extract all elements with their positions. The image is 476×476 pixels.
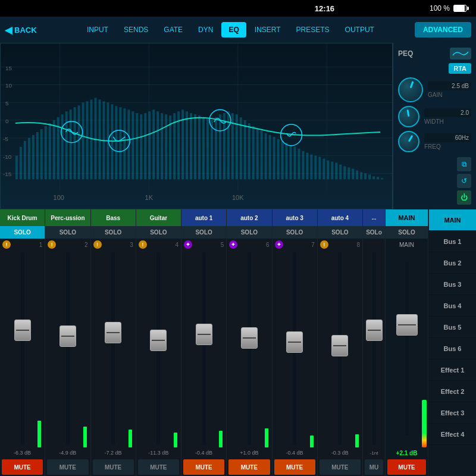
solo-button-7[interactable]: SOLO xyxy=(273,226,317,239)
channel-auto4: auto 4 SOLO ! 8 -0.3 dB MUTE xyxy=(318,209,363,476)
advanced-button[interactable]: ADVANCED xyxy=(415,22,471,37)
tab-output[interactable]: OUTPUT xyxy=(338,22,381,37)
width-section: 2.0 WIDTH xyxy=(398,106,471,127)
freq-knob[interactable] xyxy=(398,131,419,152)
fader-area-3[interactable] xyxy=(91,250,136,447)
fader-handle-partial[interactable] xyxy=(366,320,383,341)
svg-text:-15: -15 xyxy=(3,171,12,177)
gain-knob[interactable] xyxy=(398,77,423,102)
svg-rect-25 xyxy=(32,135,35,179)
bus-item-2[interactable]: Bus 2 xyxy=(429,252,476,274)
channel-auto2: auto 2 SOLO ✦ 6 +1.0 dB MUTE xyxy=(227,209,272,476)
fader-track-5[interactable] xyxy=(202,252,206,445)
fader-area-1[interactable] xyxy=(0,250,45,447)
main-fader-area[interactable] xyxy=(386,250,428,447)
fader-handle-6[interactable] xyxy=(241,327,258,349)
bus-item-5[interactable]: Bus 5 xyxy=(429,317,476,338)
channel-partial: ... SOLo -1nt MU xyxy=(363,209,386,476)
fader-handle-1[interactable] xyxy=(14,320,31,341)
fader-handle-5[interactable] xyxy=(196,324,212,345)
tab-eq[interactable]: EQ xyxy=(221,22,246,37)
solo-button-5[interactable]: SOLO xyxy=(181,226,226,239)
fader-track-2[interactable] xyxy=(66,252,70,445)
fader-handle-8[interactable] xyxy=(331,335,348,356)
bus-item-6[interactable]: Bus 6 xyxy=(429,338,476,359)
main-solo-button[interactable]: SOLO xyxy=(386,226,428,239)
bus-item-1[interactable]: Bus 1 xyxy=(429,231,476,252)
channel-percussion: Perc-ussion SOLO ! 2 -4.9 dB MUTE xyxy=(45,209,90,476)
solo-button-6[interactable]: SOLO xyxy=(227,226,271,239)
mute-button-4[interactable]: MUTE xyxy=(138,459,179,475)
bus-item-effect3[interactable]: Effect 3 xyxy=(429,402,476,424)
fader-handle-2[interactable] xyxy=(60,325,76,347)
rta-button[interactable]: RTA xyxy=(449,63,471,74)
fader-track-3[interactable] xyxy=(111,252,115,445)
fader-handle-7[interactable] xyxy=(286,331,303,353)
back-button[interactable]: ◀ BACK xyxy=(5,24,46,36)
reset-icon-button[interactable]: ↺ xyxy=(457,174,471,188)
fader-handle-3[interactable] xyxy=(105,322,121,343)
vu-green-5 xyxy=(219,431,223,447)
main-fader-track[interactable] xyxy=(405,262,409,436)
mute-button-7[interactable]: MUTE xyxy=(274,459,315,475)
fader-handle-4[interactable] xyxy=(150,330,167,351)
fader-track-8[interactable] xyxy=(338,252,342,445)
gain-label: GAIN xyxy=(428,92,471,98)
mute-button-5[interactable]: MUTE xyxy=(183,459,224,475)
mute-button-1[interactable]: MUTE xyxy=(2,459,43,475)
solo-button-3[interactable]: SOLO xyxy=(91,226,136,239)
fader-area-4[interactable] xyxy=(136,250,181,447)
tab-insert[interactable]: INSERT xyxy=(248,22,288,37)
back-label: BACK xyxy=(14,26,37,35)
fader-track-partial[interactable] xyxy=(372,252,376,445)
fader-track-6[interactable] xyxy=(248,252,251,445)
channel-kick-drum: Kick Drum SOLO ! 1 -6.3 dB MUTE xyxy=(0,209,45,476)
svg-rect-22 xyxy=(20,147,22,180)
eq-curve-button[interactable] xyxy=(450,48,471,60)
fader-area-5[interactable] xyxy=(181,250,226,447)
mute-button-partial[interactable]: MU xyxy=(365,459,383,475)
main-fader-handle[interactable] xyxy=(396,314,418,336)
svg-rect-38 xyxy=(86,101,89,179)
solo-button-8[interactable]: SOLO xyxy=(318,226,362,239)
copy-icon-button[interactable]: ⧉ xyxy=(457,157,471,171)
mute-button-2[interactable]: MUTE xyxy=(47,459,88,475)
solo-button-4[interactable]: SOLO xyxy=(136,226,181,239)
mute-button-6[interactable]: MUTE xyxy=(228,459,270,475)
bus-item-effect2[interactable]: Effect 2 xyxy=(429,381,476,402)
fader-area-8[interactable] xyxy=(318,250,362,447)
fader-track-4[interactable] xyxy=(156,252,160,445)
channel-guitar: Guitar SOLO ! 4 -11.3 dB MUTE xyxy=(136,209,181,476)
fader-track-7[interactable] xyxy=(293,252,296,445)
bus-item-4[interactable]: Bus 4 xyxy=(429,295,476,317)
power-icon-button[interactable]: ⏻ xyxy=(457,190,471,205)
main-mute-button[interactable]: MUTE xyxy=(387,459,426,475)
tab-sends[interactable]: SENDS xyxy=(117,22,155,37)
solo-button-1[interactable]: SOLO xyxy=(0,226,45,239)
svg-rect-37 xyxy=(82,102,84,179)
tab-gate[interactable]: GATE xyxy=(156,22,190,37)
solo-partial-upper[interactable]: SOLo xyxy=(363,226,385,239)
bus-item-effect1[interactable]: Effect 1 xyxy=(429,359,476,381)
mute-button-3[interactable]: MUTE xyxy=(93,459,134,475)
app-container: ◀ BACK INPUT SENDS GATE DYN EQ INSERT PR… xyxy=(0,17,476,476)
solo-button-2[interactable]: SOLO xyxy=(45,226,90,239)
channel-header-partial: ... xyxy=(363,209,385,226)
fader-track-1[interactable] xyxy=(21,252,24,445)
bus-item-3[interactable]: Bus 3 xyxy=(429,274,476,295)
fader-area-2[interactable] xyxy=(45,250,90,447)
fader-area-7[interactable] xyxy=(273,250,317,447)
svg-rect-55 xyxy=(156,111,159,179)
bus-main-item[interactable]: MAIN xyxy=(429,209,476,231)
svg-rect-36 xyxy=(78,105,80,179)
fader-area-6[interactable] xyxy=(227,250,271,447)
width-knob[interactable] xyxy=(398,106,419,127)
tab-presets[interactable]: PRESETS xyxy=(289,22,337,37)
tab-dyn[interactable]: DYN xyxy=(191,22,220,37)
tab-input[interactable]: INPUT xyxy=(80,22,115,37)
mute-button-8[interactable]: MUTE xyxy=(320,459,361,475)
fader-area-partial[interactable] xyxy=(363,250,385,447)
bus-item-effect4[interactable]: Effect 4 xyxy=(429,424,476,445)
eq-graph[interactable]: 100 1K 10K 15 10 5 0 -5 -10 -15 xyxy=(0,43,393,209)
width-info: 2.0 WIDTH xyxy=(424,108,471,125)
